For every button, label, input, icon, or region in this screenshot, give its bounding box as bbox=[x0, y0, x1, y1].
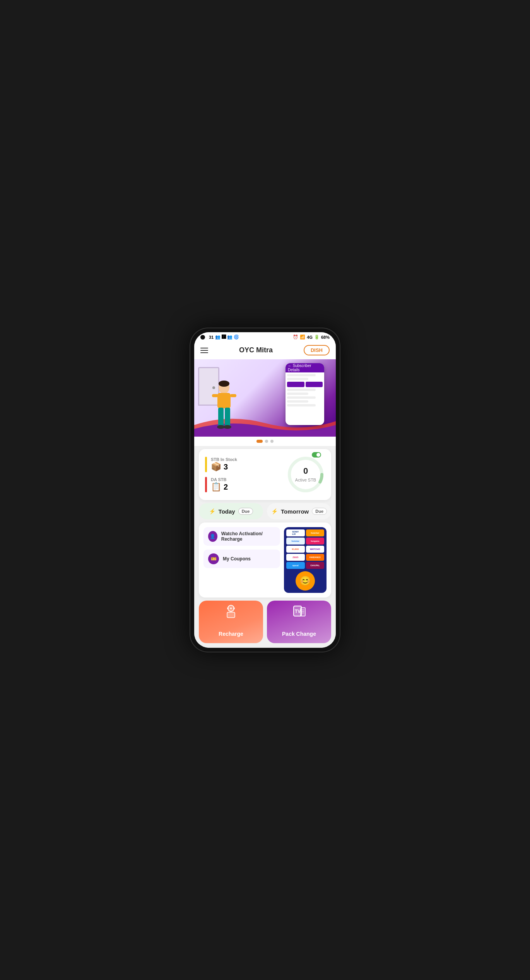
svg-rect-5 bbox=[218, 408, 224, 427]
my-coupons-item[interactable]: 🎫 My Coupons bbox=[203, 550, 280, 568]
tomorrow-due-button[interactable]: ⚡ Tomorrow Due bbox=[267, 503, 331, 519]
watcho-right-section: SONYLIV hoichoi hotstar hungama KLIKK WA… bbox=[284, 527, 327, 593]
camera-notch bbox=[200, 335, 205, 340]
watcho-person-icon: 😊 bbox=[299, 575, 311, 586]
recharge-icon bbox=[224, 604, 238, 621]
banner-section: ← Subscriber Details bbox=[194, 359, 336, 446]
signal-label: 4G bbox=[307, 335, 313, 340]
phone-img-line4 bbox=[287, 393, 308, 395]
spuul-logo: spuul bbox=[286, 562, 305, 569]
banner-dot-3[interactable] bbox=[270, 440, 274, 443]
tomorrow-lightning-icon: ⚡ bbox=[271, 508, 278, 514]
active-stb-circle: 0 Active STB bbox=[286, 455, 325, 494]
stb-yellow-bar bbox=[205, 457, 207, 472]
status-time: 31 bbox=[209, 335, 214, 340]
hotstar-logo: hotstar bbox=[286, 538, 305, 545]
svg-rect-15 bbox=[227, 612, 235, 618]
coupons-icon: 🎫 bbox=[208, 553, 219, 564]
bottom-cards: Recharge TV Pack Change bbox=[199, 601, 331, 643]
today-due-button[interactable]: ⚡ Today Due bbox=[199, 503, 263, 519]
svg-point-12 bbox=[227, 608, 229, 609]
pack-change-card[interactable]: TV Pack Change bbox=[267, 601, 331, 643]
phone-img-header: ← Subscriber Details bbox=[286, 363, 324, 372]
phone-img-line7 bbox=[287, 404, 316, 406]
svg-rect-4 bbox=[230, 394, 236, 397]
da-stb-item: DA STB 📋 2 bbox=[205, 477, 237, 492]
stb-label: STB In Stock bbox=[211, 457, 237, 462]
stb-info-left: STB In Stock 📦 3 DA STB bbox=[205, 457, 237, 492]
my-coupons-label: My Coupons bbox=[223, 556, 251, 562]
stb-red-bar bbox=[205, 477, 207, 492]
stb-icon-wrap: STB In Stock 📦 3 bbox=[211, 457, 237, 472]
chaupal-logo: CHAUPAL bbox=[306, 562, 325, 569]
da-stb-label: DA STB bbox=[211, 477, 227, 482]
sony-logo: SONYLIV bbox=[286, 529, 305, 536]
phone-img-line2 bbox=[287, 378, 308, 380]
svg-point-9 bbox=[289, 458, 322, 491]
today-lightning-icon: ⚡ bbox=[209, 508, 215, 514]
banner-container: ← Subscriber Details bbox=[194, 359, 336, 437]
zee-logo: ZEE5 bbox=[286, 554, 305, 561]
hoichoi-logo: hoichoi bbox=[306, 529, 325, 536]
phone-img-line5 bbox=[287, 396, 316, 399]
banner-phone-mockup: ← Subscriber Details bbox=[286, 363, 324, 425]
svg-rect-6 bbox=[225, 408, 230, 427]
stb-in-stock-count: 3 bbox=[224, 463, 228, 471]
banner-dots bbox=[194, 437, 336, 446]
battery-label: 68% bbox=[321, 335, 330, 340]
app-header: OYC Mitra DISH bbox=[194, 341, 336, 359]
svg-point-8 bbox=[224, 425, 231, 429]
stb-card: STB In Stock 📦 3 DA STB bbox=[199, 449, 331, 500]
banner-dot-1[interactable] bbox=[256, 440, 263, 443]
phone-screen: 31 👥 🅿 👥 🌀 ⏰ 📶 4G 🔋 68% OYC Mitra DISH bbox=[194, 332, 336, 648]
phone-img-btn-row bbox=[287, 382, 323, 387]
hamburger-menu-icon[interactable] bbox=[200, 348, 208, 353]
phone-img-line6 bbox=[287, 400, 308, 403]
klikk-logo: KLIKK bbox=[286, 546, 305, 553]
watcho-left-section: 👤 Watcho Activation/ Recharge 🎫 My Coupo… bbox=[203, 527, 280, 593]
phone-img-back-icon: ← Subscriber Details bbox=[288, 364, 322, 372]
phone-img-btn1 bbox=[287, 382, 304, 387]
person-search-icon: 👤 bbox=[210, 534, 215, 539]
watcho-activation-item[interactable]: 👤 Watcho Activation/ Recharge bbox=[203, 527, 280, 546]
person-illustration bbox=[210, 381, 239, 431]
circle-svg bbox=[286, 455, 325, 494]
watcho-activation-icon: 👤 bbox=[208, 531, 217, 542]
pack-change-label: Pack Change bbox=[282, 631, 316, 637]
svg-rect-3 bbox=[212, 394, 218, 397]
svg-point-1 bbox=[219, 381, 229, 387]
watcho-card: 👤 Watcho Activation/ Recharge 🎫 My Coupo… bbox=[199, 522, 331, 598]
phone-img-line1 bbox=[287, 374, 316, 376]
phone-img-line3 bbox=[287, 389, 316, 391]
svg-rect-2 bbox=[217, 393, 231, 408]
app-title: OYC Mitra bbox=[239, 346, 273, 354]
svg-text:TV: TV bbox=[295, 609, 301, 614]
phone-img-btn2 bbox=[306, 382, 323, 387]
phone-frame: 31 👥 🅿 👥 🌀 ⏰ 📶 4G 🔋 68% OYC Mitra DISH bbox=[190, 328, 340, 652]
fandango-logo: FANDANGO bbox=[306, 554, 325, 561]
watcho-logo-grid: SONYLIV hoichoi hotstar hungama KLIKK WA… bbox=[286, 529, 324, 569]
status-bar: 31 👥 🅿 👥 🌀 ⏰ 📶 4G 🔋 68% bbox=[194, 332, 336, 341]
watcho-activation-label: Watcho Activation/ Recharge bbox=[221, 531, 275, 542]
tomorrow-label: Tomorrow bbox=[281, 508, 309, 515]
status-left: 31 👥 🅿 👥 🌀 bbox=[200, 335, 239, 340]
phone-img-content bbox=[286, 372, 324, 425]
due-row: ⚡ Today Due ⚡ Tomorrow Due bbox=[199, 503, 331, 519]
alarm-icon: ⏰ bbox=[293, 335, 298, 340]
ticket-icon: 🎫 bbox=[211, 556, 217, 562]
banner-dot-2[interactable] bbox=[265, 440, 268, 443]
today-label: Today bbox=[219, 508, 235, 515]
da-icon-wrap: DA STB 📋 2 bbox=[211, 477, 228, 492]
da-stb-count: 2 bbox=[224, 483, 228, 492]
da-stb-icon: 📋 bbox=[211, 482, 221, 492]
dish-button[interactable]: DISH bbox=[304, 345, 330, 355]
pack-change-icon: TV bbox=[292, 604, 306, 621]
stb-box-icon: 📦 bbox=[211, 462, 221, 472]
watcho-logo: WATCHO bbox=[306, 546, 325, 553]
recharge-card[interactable]: Recharge bbox=[199, 601, 263, 643]
watcho-person-avatar: 😊 bbox=[296, 571, 315, 591]
scroll-content[interactable]: ← Subscriber Details bbox=[194, 359, 336, 648]
battery-icon: 🔋 bbox=[314, 335, 320, 340]
svg-point-13 bbox=[230, 608, 232, 609]
signal-icon: 📶 bbox=[300, 335, 305, 340]
